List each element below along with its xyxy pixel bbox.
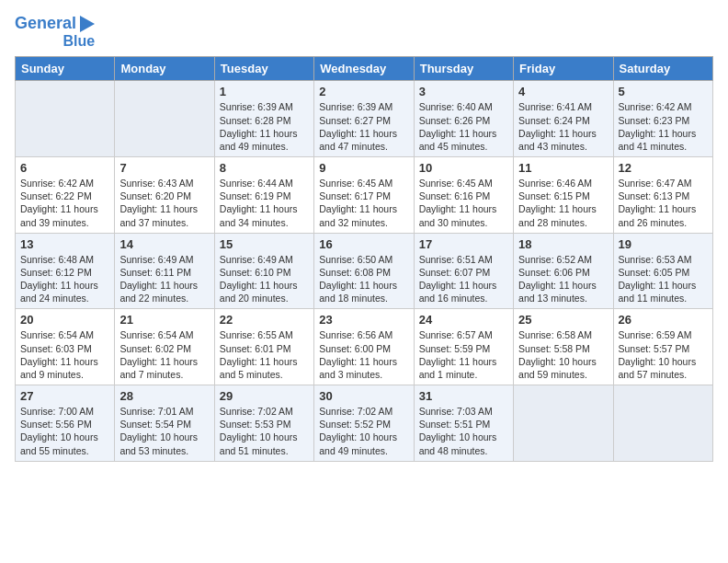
calendar-day-cell: 11Sunrise: 6:46 AM Sunset: 6:15 PM Dayli… — [514, 157, 613, 234]
day-number: 25 — [518, 313, 608, 327]
calendar-header-day: Friday — [514, 57, 613, 81]
day-info: Sunrise: 6:54 AM Sunset: 6:03 PM Dayligh… — [20, 328, 109, 381]
day-number: 10 — [419, 161, 508, 175]
calendar-day-cell: 18Sunrise: 6:52 AM Sunset: 6:06 PM Dayli… — [514, 233, 613, 309]
calendar-day-cell: 29Sunrise: 7:02 AM Sunset: 5:53 PM Dayli… — [214, 385, 313, 462]
day-number: 24 — [419, 313, 508, 327]
calendar-day-cell: 7Sunrise: 6:43 AM Sunset: 6:20 PM Daylig… — [115, 157, 214, 234]
calendar-week-row: 27Sunrise: 7:00 AM Sunset: 5:56 PM Dayli… — [16, 385, 713, 462]
day-info: Sunrise: 6:58 AM Sunset: 5:58 PM Dayligh… — [518, 328, 608, 381]
day-number: 16 — [319, 237, 408, 251]
day-number: 14 — [119, 237, 209, 251]
calendar-day-cell: 10Sunrise: 6:45 AM Sunset: 6:16 PM Dayli… — [414, 157, 513, 234]
calendar-header-day: Tuesday — [214, 57, 313, 81]
calendar-day-cell: 15Sunrise: 6:49 AM Sunset: 6:10 PM Dayli… — [214, 233, 313, 309]
day-number: 19 — [619, 237, 708, 251]
day-number: 9 — [319, 161, 408, 175]
calendar-day-cell: 3Sunrise: 6:40 AM Sunset: 6:26 PM Daylig… — [414, 81, 513, 157]
day-info: Sunrise: 6:41 AM Sunset: 6:24 PM Dayligh… — [518, 100, 608, 153]
logo: General Blue — [15, 15, 95, 49]
day-info: Sunrise: 6:43 AM Sunset: 6:20 PM Dayligh… — [119, 177, 209, 229]
calendar-day-cell — [16, 81, 115, 157]
day-info: Sunrise: 7:01 AM Sunset: 5:54 PM Dayligh… — [119, 405, 209, 457]
day-info: Sunrise: 7:02 AM Sunset: 5:53 PM Dayligh… — [220, 405, 309, 457]
calendar-day-cell: 1Sunrise: 6:39 AM Sunset: 6:28 PM Daylig… — [214, 81, 313, 157]
day-number: 28 — [119, 389, 209, 403]
day-info: Sunrise: 6:50 AM Sunset: 6:08 PM Dayligh… — [319, 253, 408, 305]
day-number: 1 — [220, 85, 309, 98]
logo-blue-text: Blue — [63, 33, 95, 50]
calendar-day-cell: 28Sunrise: 7:01 AM Sunset: 5:54 PM Dayli… — [115, 385, 214, 462]
day-info: Sunrise: 6:45 AM Sunset: 6:17 PM Dayligh… — [319, 177, 408, 229]
calendar-day-cell: 27Sunrise: 7:00 AM Sunset: 5:56 PM Dayli… — [16, 385, 115, 462]
day-info: Sunrise: 6:55 AM Sunset: 6:01 PM Dayligh… — [220, 328, 309, 381]
calendar-day-cell: 19Sunrise: 6:53 AM Sunset: 6:05 PM Dayli… — [613, 233, 712, 309]
calendar-day-cell: 17Sunrise: 6:51 AM Sunset: 6:07 PM Dayli… — [414, 233, 513, 309]
calendar-day-cell: 30Sunrise: 7:02 AM Sunset: 5:52 PM Dayli… — [314, 385, 414, 462]
calendar-day-cell: 6Sunrise: 6:42 AM Sunset: 6:22 PM Daylig… — [16, 157, 115, 234]
page-header: General Blue — [15, 15, 713, 49]
day-info: Sunrise: 6:39 AM Sunset: 6:28 PM Dayligh… — [220, 100, 309, 153]
day-number: 4 — [518, 85, 608, 98]
day-number: 8 — [220, 161, 309, 175]
day-info: Sunrise: 6:45 AM Sunset: 6:16 PM Dayligh… — [419, 177, 508, 229]
day-number: 30 — [319, 389, 408, 403]
day-info: Sunrise: 6:47 AM Sunset: 6:13 PM Dayligh… — [619, 177, 708, 229]
calendar-day-cell: 20Sunrise: 6:54 AM Sunset: 6:03 PM Dayli… — [16, 309, 115, 385]
day-info: Sunrise: 6:56 AM Sunset: 6:00 PM Dayligh… — [319, 328, 408, 381]
logo-arrow-icon — [80, 16, 95, 32]
day-number: 17 — [419, 237, 508, 251]
calendar-day-cell: 14Sunrise: 6:49 AM Sunset: 6:11 PM Dayli… — [115, 233, 214, 309]
day-info: Sunrise: 6:51 AM Sunset: 6:07 PM Dayligh… — [419, 253, 508, 305]
day-number: 18 — [518, 237, 608, 251]
day-number: 15 — [220, 237, 309, 251]
calendar-day-cell: 26Sunrise: 6:59 AM Sunset: 5:57 PM Dayli… — [613, 309, 712, 385]
calendar-week-row: 1Sunrise: 6:39 AM Sunset: 6:28 PM Daylig… — [16, 81, 713, 157]
day-number: 2 — [319, 85, 408, 98]
calendar-day-cell — [115, 81, 214, 157]
calendar-header-day: Saturday — [613, 57, 712, 81]
calendar-day-cell: 16Sunrise: 6:50 AM Sunset: 6:08 PM Dayli… — [314, 233, 414, 309]
day-info: Sunrise: 7:03 AM Sunset: 5:51 PM Dayligh… — [419, 405, 508, 457]
day-info: Sunrise: 6:54 AM Sunset: 6:02 PM Dayligh… — [119, 328, 209, 381]
day-info: Sunrise: 6:46 AM Sunset: 6:15 PM Dayligh… — [518, 177, 608, 229]
calendar-week-row: 6Sunrise: 6:42 AM Sunset: 6:22 PM Daylig… — [16, 157, 713, 234]
calendar-week-row: 13Sunrise: 6:48 AM Sunset: 6:12 PM Dayli… — [16, 233, 713, 309]
day-info: Sunrise: 6:53 AM Sunset: 6:05 PM Dayligh… — [619, 253, 708, 305]
day-number: 29 — [220, 389, 309, 403]
day-number: 26 — [619, 313, 708, 327]
calendar-day-cell: 2Sunrise: 6:39 AM Sunset: 6:27 PM Daylig… — [314, 81, 414, 157]
day-info: Sunrise: 6:39 AM Sunset: 6:27 PM Dayligh… — [319, 100, 408, 153]
day-info: Sunrise: 6:49 AM Sunset: 6:10 PM Dayligh… — [220, 253, 309, 305]
calendar-header-day: Thursday — [414, 57, 513, 81]
calendar-header-day: Monday — [115, 57, 214, 81]
calendar-day-cell: 21Sunrise: 6:54 AM Sunset: 6:02 PM Dayli… — [115, 309, 214, 385]
calendar-day-cell: 13Sunrise: 6:48 AM Sunset: 6:12 PM Dayli… — [16, 233, 115, 309]
calendar-day-cell: 4Sunrise: 6:41 AM Sunset: 6:24 PM Daylig… — [514, 81, 613, 157]
calendar-header-day: Wednesday — [314, 57, 414, 81]
calendar-day-cell: 5Sunrise: 6:42 AM Sunset: 6:23 PM Daylig… — [613, 81, 712, 157]
calendar-day-cell: 12Sunrise: 6:47 AM Sunset: 6:13 PM Dayli… — [613, 157, 712, 234]
day-number: 31 — [419, 389, 508, 403]
day-number: 6 — [20, 161, 109, 175]
day-info: Sunrise: 6:59 AM Sunset: 5:57 PM Dayligh… — [619, 328, 708, 381]
day-info: Sunrise: 6:48 AM Sunset: 6:12 PM Dayligh… — [20, 253, 109, 305]
calendar-header-day: Sunday — [16, 57, 115, 81]
calendar-day-cell — [514, 385, 613, 462]
day-number: 13 — [20, 237, 109, 251]
calendar-day-cell: 25Sunrise: 6:58 AM Sunset: 5:58 PM Dayli… — [514, 309, 613, 385]
calendar-day-cell: 9Sunrise: 6:45 AM Sunset: 6:17 PM Daylig… — [314, 157, 414, 234]
calendar-header-row: SundayMondayTuesdayWednesdayThursdayFrid… — [16, 57, 713, 81]
day-number: 7 — [119, 161, 209, 175]
calendar-day-cell: 23Sunrise: 6:56 AM Sunset: 6:00 PM Dayli… — [314, 309, 414, 385]
day-info: Sunrise: 6:57 AM Sunset: 5:59 PM Dayligh… — [419, 328, 508, 381]
day-info: Sunrise: 6:52 AM Sunset: 6:06 PM Dayligh… — [518, 253, 608, 305]
calendar-day-cell: 8Sunrise: 6:44 AM Sunset: 6:19 PM Daylig… — [214, 157, 313, 234]
day-info: Sunrise: 6:42 AM Sunset: 6:23 PM Dayligh… — [619, 100, 708, 153]
day-number: 27 — [20, 389, 109, 403]
day-number: 22 — [220, 313, 309, 327]
calendar-day-cell: 24Sunrise: 6:57 AM Sunset: 5:59 PM Dayli… — [414, 309, 513, 385]
day-info: Sunrise: 7:00 AM Sunset: 5:56 PM Dayligh… — [20, 405, 109, 457]
day-info: Sunrise: 6:42 AM Sunset: 6:22 PM Dayligh… — [20, 177, 109, 229]
calendar-table: SundayMondayTuesdayWednesdayThursdayFrid… — [15, 56, 713, 461]
